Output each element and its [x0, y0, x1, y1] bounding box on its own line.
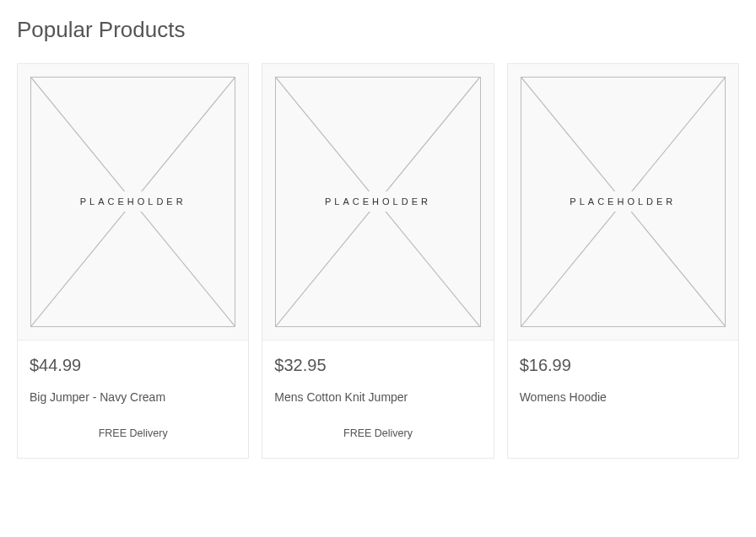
placeholder-image: PLACEHOLDER — [521, 77, 726, 327]
product-grid: PLACEHOLDER $44.99 Big Jumper - Navy Cre… — [17, 63, 739, 459]
product-name: Womens Hoodie — [520, 390, 726, 404]
placeholder-image: PLACEHOLDER — [275, 77, 480, 327]
section-title: Popular Products — [17, 17, 739, 43]
product-card-body: $32.95 Mens Cotton Knit Jumper FREE Deli… — [262, 341, 493, 458]
product-image-container: PLACEHOLDER — [262, 64, 493, 341]
product-card[interactable]: PLACEHOLDER $32.95 Mens Cotton Knit Jump… — [262, 63, 494, 459]
product-delivery — [520, 427, 726, 441]
placeholder-image: PLACEHOLDER — [30, 77, 235, 327]
product-delivery: FREE Delivery — [30, 427, 236, 441]
product-card-body: $44.99 Big Jumper - Navy Cream FREE Deli… — [18, 341, 248, 458]
product-image-container: PLACEHOLDER — [508, 64, 738, 341]
placeholder-label: PLACEHOLDER — [73, 191, 193, 212]
product-name: Mens Cotton Knit Jumper — [274, 390, 481, 404]
product-delivery: FREE Delivery — [274, 427, 481, 441]
placeholder-label: PLACEHOLDER — [318, 191, 438, 212]
product-card[interactable]: PLACEHOLDER $16.99 Womens Hoodie — [507, 63, 739, 459]
product-card-body: $16.99 Womens Hoodie — [508, 341, 738, 458]
product-price: $16.99 — [520, 356, 726, 375]
product-name: Big Jumper - Navy Cream — [30, 390, 236, 404]
product-image-container: PLACEHOLDER — [18, 64, 248, 341]
product-price: $32.95 — [274, 356, 481, 375]
product-card[interactable]: PLACEHOLDER $44.99 Big Jumper - Navy Cre… — [17, 63, 249, 459]
product-price: $44.99 — [30, 356, 236, 375]
placeholder-label: PLACEHOLDER — [563, 191, 683, 212]
